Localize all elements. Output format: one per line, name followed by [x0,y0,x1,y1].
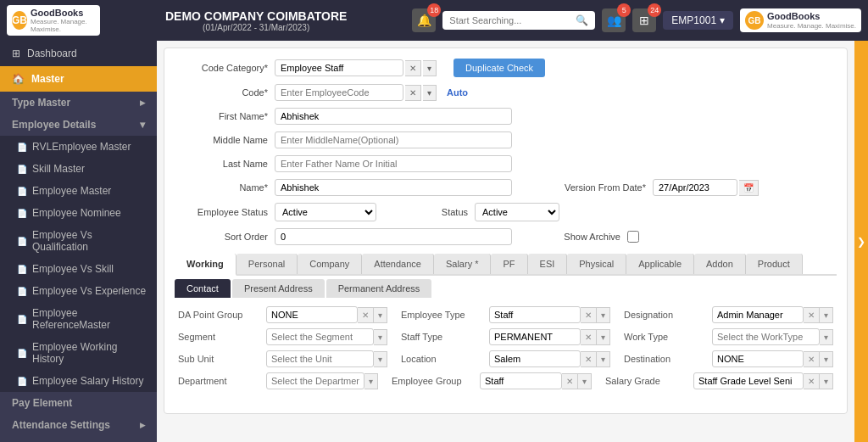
grid-badge[interactable]: ⊞ 24 [632,8,656,32]
sidebar-item-skill-master[interactable]: 📄 Skill Master [0,158,157,180]
work-type-input[interactable] [712,328,820,345]
desig-clear-btn[interactable]: ✕ [804,307,820,323]
users-badge[interactable]: 👥 5 [602,8,626,32]
search-box: 🔍 [442,11,595,30]
form-container: Code Category* ✕ ▾ Duplicate Check Code*… [164,48,848,414]
notification-badge[interactable]: 🔔 18 [412,8,436,32]
vs-experience-label: Employee Vs Experience [32,285,146,297]
employee-group-input[interactable] [480,372,562,389]
version-date-input[interactable] [653,179,737,196]
sidebar-item-rvl[interactable]: 📄 RVLEmployee Master [0,136,157,158]
emp-type-clear-btn[interactable]: ✕ [581,307,597,323]
employee-status-select[interactable]: Active Inactive [275,203,376,221]
right-panel-toggle[interactable]: ❯ [854,41,868,442]
sort-order-input[interactable] [275,228,512,245]
tab-product[interactable]: Product [746,254,803,274]
salary-grade-input[interactable] [693,372,804,389]
emp-type-dropdown-btn[interactable]: ▾ [597,307,610,323]
sub-unit-dropdown-btn[interactable]: ▾ [374,351,387,367]
sub-unit-input[interactable] [266,350,374,367]
version-date-calendar-btn[interactable]: 📅 [739,180,759,196]
tab-applicable[interactable]: Applicable [626,254,694,274]
middle-name-input[interactable] [275,131,512,148]
sub-tab-present-address[interactable]: Present Address [232,279,325,298]
tab-attendance[interactable]: Attendance [362,254,434,274]
segment-dropdown-btn[interactable]: ▾ [374,329,387,345]
da-point-dropdown-btn[interactable]: ▾ [374,307,387,323]
sidebar-type-master[interactable]: Type Master ▸ [0,92,157,114]
tab-company[interactable]: Company [298,254,362,274]
first-name-input[interactable] [275,108,512,125]
designation-input[interactable] [712,306,804,323]
duplicate-check-button[interactable]: Duplicate Check [453,59,545,77]
tab-esi[interactable]: ESI [528,254,568,274]
staff-type-clear-btn[interactable]: ✕ [581,329,597,345]
code-category-input[interactable] [275,59,403,76]
tab-personal[interactable]: Personal [236,254,298,274]
work-type-dropdown-btn[interactable]: ▾ [820,329,833,345]
logo-name: GoodBooks [31,8,95,18]
sidebar-pay-element[interactable]: Pay Element [0,392,157,414]
staff-type-dropdown-btn[interactable]: ▾ [597,329,610,345]
employee-type-input[interactable] [489,306,581,323]
sidebar-item-vs-qualification[interactable]: 📄 Employee Vs Qualification [0,224,157,258]
sidebar-item-employee-nominee[interactable]: 📄 Employee Nominee [0,202,157,224]
location-input[interactable] [489,350,581,367]
staff-type-input[interactable] [489,328,581,345]
search-input[interactable] [449,15,572,25]
sidebar-attendance-settings[interactable]: Attendance Settings ▸ [0,414,157,436]
tab-working[interactable]: Working [175,254,236,276]
show-archive-label: Show Archive [536,232,620,242]
desig-dropdown-btn[interactable]: ▾ [820,307,833,323]
sidebar-item-reference-master[interactable]: 📄 Employee ReferenceMaster [0,302,157,336]
tab-pf[interactable]: PF [491,254,527,274]
show-archive-checkbox[interactable] [627,231,639,243]
first-name-row: First Name* [175,108,837,125]
dept-dropdown-btn[interactable]: ▾ [364,373,378,389]
da-point-group-input[interactable] [266,306,358,323]
sub-tab-permanent-address[interactable]: Permanent Address [326,279,432,298]
name-row: Name* Version From Date* 📅 [175,179,837,196]
salary-grade-clear-btn[interactable]: ✕ [804,373,820,389]
employee-group-label: Employee Group [392,376,476,386]
sidebar-item-employee-master[interactable]: 📄 Employee Master [0,180,157,202]
sidebar-item-vs-skill[interactable]: 📄 Employee Vs Skill [0,258,157,280]
emp-code-button[interactable]: EMP1001 ▾ [663,11,733,30]
sidebar-employee-details[interactable]: Employee Details ▾ [0,114,157,136]
tab-salary[interactable]: Salary * [434,254,492,274]
segment-input[interactable] [266,328,374,345]
code-category-input-group: ✕ ▾ [275,59,437,76]
doc-icon-emp: 📄 [17,187,27,196]
status-select[interactable]: Active Inactive [475,203,559,221]
da-point-clear-btn[interactable]: ✕ [358,307,374,323]
emp-group-dropdown-btn[interactable]: ▾ [578,373,592,389]
sidebar-leave[interactable]: Leave ▸ [0,436,157,442]
show-archive-group: Show Archive [536,231,837,243]
code-category-clear-btn[interactable]: ✕ [405,60,421,76]
code-input[interactable] [275,84,403,101]
sidebar-item-vs-experience[interactable]: 📄 Employee Vs Experience [0,280,157,302]
last-name-input[interactable] [275,155,512,172]
sub-tab-contact[interactable]: Contact [175,279,231,298]
salary-grade-dropdown-btn[interactable]: ▾ [820,373,833,389]
tab-addon[interactable]: Addon [694,254,746,274]
location-clear-btn[interactable]: ✕ [581,351,597,367]
last-name-row: Last Name [175,155,837,172]
code-category-dropdown-btn[interactable]: ▾ [423,60,437,76]
sidebar-item-master[interactable]: 🏠 Master [0,66,157,92]
code-dropdown-btn[interactable]: ▾ [423,85,437,101]
sidebar-item-salary-history[interactable]: 📄 Employee Salary History [0,370,157,392]
emp-group-clear-btn[interactable]: ✕ [562,373,578,389]
dest-clear-btn[interactable]: ✕ [804,351,820,367]
sidebar-item-dashboard[interactable]: ⊞ Dashboard [0,41,157,66]
sidebar-dashboard-label: Dashboard [27,48,77,59]
destination-input[interactable] [712,350,804,367]
department-input[interactable] [266,372,364,389]
location-dropdown-btn[interactable]: ▾ [597,351,610,367]
tab-physical[interactable]: Physical [567,254,626,274]
logo-right-name: GoodBooks [767,11,856,21]
name-input[interactable] [275,179,512,196]
sidebar-item-working-history[interactable]: 📄 Employee Working History [0,336,157,370]
code-clear-btn[interactable]: ✕ [405,85,421,101]
dest-dropdown-btn[interactable]: ▾ [820,351,833,367]
